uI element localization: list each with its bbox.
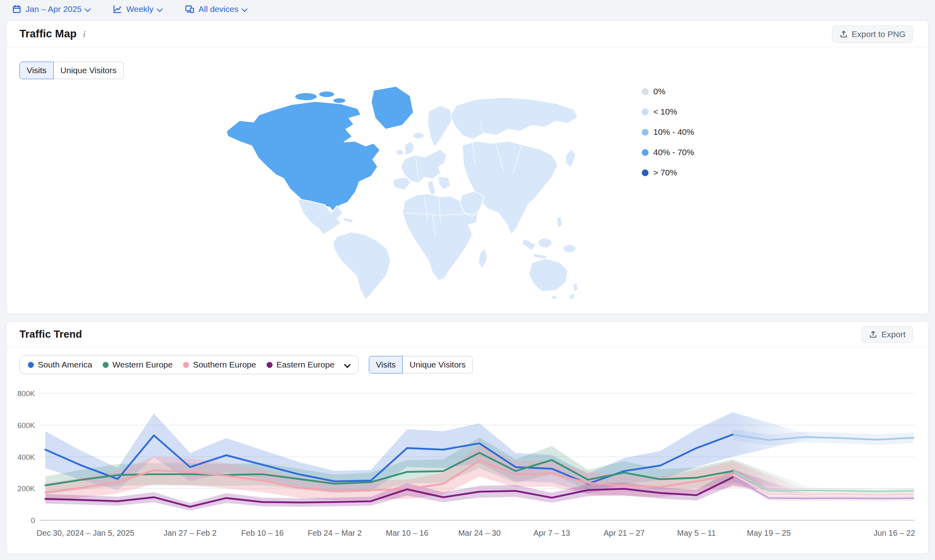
info-icon[interactable]: i xyxy=(83,29,86,39)
region-ireland xyxy=(396,150,404,155)
x-axis-label: May 19 – 25 xyxy=(747,529,791,537)
series-dot xyxy=(103,362,109,368)
export-icon xyxy=(869,330,877,338)
x-axis-label: Feb 24 – Mar 2 xyxy=(308,529,362,537)
y-axis-label: 0 xyxy=(31,516,35,525)
chevron-down-icon xyxy=(86,6,90,10)
traffic-trend-card: Traffic Trend Export South America Weste… xyxy=(6,321,929,554)
region-tasmania xyxy=(551,296,557,299)
x-axis-label: Apr 21 – 27 xyxy=(604,529,645,537)
trend-visits-tab[interactable]: Visits xyxy=(369,356,403,373)
trend-line-icon xyxy=(113,4,122,14)
chevron-down-icon xyxy=(158,6,162,10)
date-range-label: Jan – Apr 2025 xyxy=(25,4,82,14)
region-new-guinea xyxy=(563,245,576,253)
region-iberia xyxy=(393,177,411,190)
granularity-filter[interactable]: Weekly xyxy=(113,4,162,14)
legend-label: 10% - 40% xyxy=(653,127,694,137)
x-axis-label: Mar 10 – 16 xyxy=(386,529,429,537)
map-legend-item: > 70% xyxy=(642,167,694,178)
map-legend-item: < 10% xyxy=(642,106,694,117)
region-new-zealand xyxy=(569,293,575,299)
y-axis-label: 800K xyxy=(18,389,35,398)
x-axis-label: Jun 16 – 22 xyxy=(873,529,915,537)
region-caribbean xyxy=(343,218,354,223)
region-australia xyxy=(529,259,568,292)
x-axis-label: Apr 7 – 13 xyxy=(534,529,570,537)
series-dot xyxy=(28,362,34,368)
x-axis-label: Mar 24 – 30 xyxy=(458,529,501,537)
map-metric-toggle: Visits Unique Visitors xyxy=(19,62,124,79)
legend-dot-40-70 xyxy=(642,149,649,156)
series-label: Western Europe xyxy=(113,360,173,369)
chevron-down-icon xyxy=(345,361,350,366)
series-dot xyxy=(183,362,189,368)
series-label: South America xyxy=(38,360,92,369)
map-legend-item: 0% xyxy=(642,86,694,97)
page: { "colors": { "accent": "#2B63DB", "map_… xyxy=(0,0,935,560)
legend-label: < 10% xyxy=(653,107,677,117)
x-axis-label: Feb 10 – 16 xyxy=(241,529,284,537)
map-visits-tab[interactable]: Visits xyxy=(19,62,54,79)
series-item-western-europe: Western Europe xyxy=(103,360,173,369)
region-japan xyxy=(566,149,576,167)
y-axis-label: 600K xyxy=(18,421,35,430)
calendar-icon xyxy=(12,4,21,14)
region-borneo xyxy=(538,238,552,248)
map-legend-item: 10% - 40% xyxy=(642,126,694,138)
region-north-america xyxy=(226,101,380,214)
series-label: Eastern Europe xyxy=(277,360,335,369)
legend-dot-0pct xyxy=(642,88,649,95)
trend-chart[interactable]: 0200K400K600K800KDec 30, 2024 – Jan 5, 2… xyxy=(7,381,929,548)
region-new-zealand xyxy=(573,282,578,292)
region-arctic-islands xyxy=(333,98,346,103)
legend-dot-gt70 xyxy=(642,169,649,176)
devices-icon xyxy=(185,4,195,14)
map-legend: 0% < 10% 10% - 40% 40% - 70% > 70% xyxy=(642,86,694,187)
series-selector-dropdown[interactable]: South America Western Europe Southern Eu… xyxy=(19,355,358,374)
traffic-map-card: Traffic Map i Export to PNG Visits Uniqu… xyxy=(6,21,929,314)
trend-unique-visitors-tab[interactable]: Unique Visitors xyxy=(403,356,473,373)
legend-label: > 70% xyxy=(653,168,677,177)
traffic-map-title: Traffic Map xyxy=(19,28,77,40)
date-range-filter[interactable]: Jan – Apr 2025 xyxy=(12,4,90,14)
region-arctic-islands xyxy=(319,91,335,97)
world-map[interactable] xyxy=(218,82,580,304)
region-scandinavia xyxy=(428,105,452,147)
region-iceland xyxy=(413,132,424,139)
map-unique-visitors-tab[interactable]: Unique Visitors xyxy=(54,62,124,79)
traffic-trend-title: Traffic Trend xyxy=(19,328,82,340)
legend-dot-10-40 xyxy=(642,129,649,136)
devices-label: All devices xyxy=(199,4,238,14)
region-balkans xyxy=(438,176,450,190)
series-item-south-america: South America xyxy=(28,360,92,369)
chevron-down-icon xyxy=(242,6,247,10)
region-arctic-islands xyxy=(295,93,317,101)
export-label: Export xyxy=(881,330,906,339)
region-united-kingdom xyxy=(405,141,415,155)
region-sumatra xyxy=(522,239,536,251)
series-item-eastern-europe: Eastern Europe xyxy=(267,360,335,369)
series-label: Southern Europe xyxy=(193,360,256,369)
series-item-southern-europe: Southern Europe xyxy=(183,360,256,369)
trend-controls: South America Western Europe Southern Eu… xyxy=(19,355,473,374)
y-axis-label: 200K xyxy=(18,484,35,493)
devices-filter[interactable]: All devices xyxy=(185,4,247,14)
traffic-map-header: Traffic Map i Export to PNG xyxy=(7,21,928,47)
legend-dot-lt10 xyxy=(642,109,649,115)
region-philippines xyxy=(557,216,562,229)
y-axis-label: 400K xyxy=(18,453,35,461)
region-south-america xyxy=(333,232,391,299)
export-to-png-label: Export to PNG xyxy=(852,29,906,39)
export-to-png-button[interactable]: Export to PNG xyxy=(832,25,913,43)
export-button[interactable]: Export xyxy=(861,326,913,343)
filter-bar: Jan – Apr 2025 Weekly All devices xyxy=(0,0,935,18)
region-greenland xyxy=(371,86,413,129)
region-madagascar xyxy=(478,249,487,268)
legend-label: 0% xyxy=(653,87,665,96)
traffic-trend-header: Traffic Trend Export xyxy=(7,322,928,347)
trend-metric-toggle: Visits Unique Visitors xyxy=(369,356,473,373)
legend-label: 40% - 70% xyxy=(653,148,694,157)
map-legend-item: 40% - 70% xyxy=(642,147,694,158)
x-axis-label: May 5 – 11 xyxy=(677,529,716,537)
